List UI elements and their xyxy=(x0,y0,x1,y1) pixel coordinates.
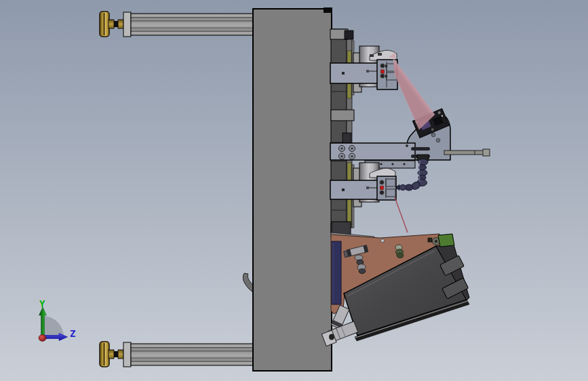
y-axis-label: Y xyxy=(39,298,45,309)
support-rod xyxy=(444,151,485,155)
rod-nut xyxy=(109,350,114,359)
rod-nut xyxy=(118,350,123,359)
mid-block xyxy=(331,110,354,121)
cad-viewport[interactable]: Y Z xyxy=(0,0,588,381)
z-axis-label: Z xyxy=(70,328,75,339)
rail-plate xyxy=(331,29,347,233)
cylinder-body xyxy=(131,14,254,35)
laser-aperture xyxy=(381,70,385,73)
x-axis-origin xyxy=(39,335,46,342)
rod-nut xyxy=(118,20,123,28)
screw-head xyxy=(381,239,385,243)
square-pad xyxy=(428,238,432,242)
bracket-hole xyxy=(436,138,440,142)
end-cap xyxy=(123,12,131,37)
cylinder-body xyxy=(131,344,254,365)
rod-end-fitting xyxy=(483,149,490,156)
module-arm xyxy=(330,180,379,199)
laser-aperture xyxy=(380,186,384,190)
bracket-screw xyxy=(380,64,385,68)
small-screw xyxy=(406,144,408,147)
sensor-block xyxy=(345,31,353,39)
rod-nut xyxy=(109,20,114,28)
box-green-cap xyxy=(438,234,454,247)
bracket-screw xyxy=(380,180,385,185)
fitting-bore xyxy=(329,334,334,340)
end-cap xyxy=(123,342,131,367)
green-cylinder xyxy=(397,254,404,258)
bracket-screw xyxy=(380,190,385,195)
bracket-screw xyxy=(380,74,385,79)
model-scene[interactable]: Y Z xyxy=(0,0,588,381)
module-arm xyxy=(330,63,379,83)
bracket-hole xyxy=(431,133,435,137)
plate-corner-cap xyxy=(324,7,332,13)
bracket-slot xyxy=(411,147,430,151)
base-plate[interactable] xyxy=(253,9,332,371)
